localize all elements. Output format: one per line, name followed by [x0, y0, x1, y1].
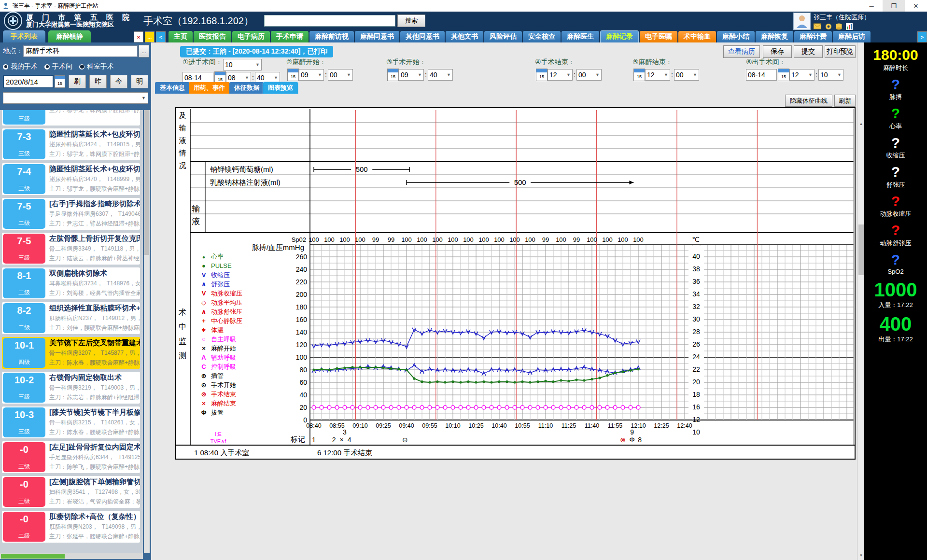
tabs-more-button[interactable]: >	[917, 31, 927, 42]
tab-其他同意书[interactable]: 其他同意书	[400, 31, 445, 42]
date-button-昨[interactable]: 昨	[89, 75, 107, 88]
radio-科室手术[interactable]: 科室手术	[79, 62, 114, 71]
surgery-item[interactable]: 7-3三级隐匿性阴茎延长术+包皮环切术+嵌顿包茎泌尿外科病房3424，T1490…	[2, 128, 140, 160]
search-input[interactable]	[264, 15, 395, 27]
scroll-up-icon[interactable]: ▲	[857, 120, 865, 127]
radio-手术间[interactable]: 手术间	[44, 62, 72, 71]
hour-select[interactable]: 12▼	[645, 69, 670, 81]
calendar-icon[interactable]: 15	[55, 75, 65, 88]
hour-select[interactable]: 09▼	[299, 69, 324, 81]
view-tab-用药、事件[interactable]: 用药、事件	[189, 82, 230, 94]
tab-麻醉医生[interactable]: 麻醉医生	[562, 31, 599, 42]
surgery-badge: 10-3三级	[3, 407, 45, 437]
surgery-item[interactable]: -0三级[左侧]腹腔镜下单侧输卵管切除术+[右侧]妇科病房3541，T12749…	[2, 476, 140, 508]
mini-button-1[interactable]: ...	[145, 31, 154, 42]
view-tab-基本信息[interactable]: 基本信息	[155, 82, 190, 94]
calendar-icon[interactable]: 15	[536, 69, 548, 81]
room-select[interactable]: 10▼	[223, 59, 262, 70]
field-controls: 1512▼:00▼	[535, 69, 639, 81]
tab-主页[interactable]: 主页	[169, 31, 193, 42]
surgery-item[interactable]: 8-2二级组织选择性直肠粘膜环切术+外痔切除术肛肠科病房N237，T149012…	[2, 302, 140, 334]
filter-combo[interactable]: ▼	[3, 92, 148, 104]
date-field[interactable]: 08-14	[746, 69, 777, 81]
calendar-icon[interactable]: 15	[287, 69, 299, 81]
tab-其他文书[interactable]: 其他文书	[446, 31, 483, 42]
svg-text:◇: ◇	[201, 299, 206, 306]
search-button[interactable]: 搜索	[397, 14, 425, 27]
database-icon[interactable]	[836, 23, 842, 30]
toolbar-button-提交[interactable]: 提交	[794, 45, 823, 58]
toolbar-button-查看病历[interactable]: 查看病历	[723, 45, 760, 58]
tab-电子病历[interactable]: 电子病历	[232, 31, 270, 42]
mini-button-0[interactable]: ×	[134, 31, 143, 42]
maximize-button[interactable]: ❐	[883, 0, 905, 12]
surgery-item[interactable]: 7-5二级[右手]手拇指多指畸形切除术手足显微外科病房6307，T149046，…	[2, 198, 140, 230]
tab-麻醉记录[interactable]: 麻醉记录	[600, 30, 639, 42]
tab-麻醉同意书[interactable]: 麻醉同意书	[355, 31, 399, 42]
surgery-item[interactable]: 三级泌尿外科病房3409，T149000，男，12岁主刀：邬宇龙，蛛网膜下腔阻滞…	[2, 110, 140, 126]
svg-text:A: A	[201, 354, 206, 361]
scroll-thumb[interactable]	[858, 224, 864, 275]
tab-麻醉后访[interactable]: 麻醉后访	[833, 31, 871, 42]
svg-text:220: 220	[296, 278, 308, 286]
location-input[interactable]: 麻醉手术科	[23, 45, 138, 57]
svg-text:10:25: 10:25	[468, 422, 483, 429]
surgery-list-vscrollbar[interactable]	[144, 110, 150, 553]
mail-icon[interactable]	[814, 23, 821, 29]
tab-安全核查[interactable]: 安全核查	[523, 31, 561, 42]
tab-麻醉前访视[interactable]: 麻醉前访视	[309, 31, 354, 42]
sidebar-tab-手术列表[interactable]: 手术列表	[3, 30, 45, 42]
chart-button-隐藏体征曲线[interactable]: 隐藏体征曲线	[785, 95, 832, 107]
minute-select[interactable]: 10▼	[818, 69, 843, 81]
surgery-item[interactable]: 10-2三级右锁骨内固定物取出术骨一科病房3219，T149003，男，38岁主…	[2, 372, 140, 404]
hour-select[interactable]: 09▼	[399, 69, 424, 81]
calendar-icon[interactable]: 15	[387, 69, 399, 81]
surgery-item[interactable]: 10-3三级[膝关节镜]关节镜下半月板修整成形术+关骨一科病房3215，T140…	[2, 406, 140, 438]
toolbar-button-保存[interactable]: 保存	[763, 45, 792, 58]
toolbar-button-打印预览[interactable]: 打印预览	[825, 45, 856, 58]
date-button-今[interactable]: 今	[110, 75, 127, 88]
date-button-明[interactable]: 明	[131, 75, 148, 88]
tab-术中输血[interactable]: 术中输血	[678, 31, 716, 42]
minute-select[interactable]: 00▼	[674, 69, 699, 81]
surgery-doctor-line: 主刀：邬宇龙，腰硬联合麻醉+静脉麻醉：余亚丁	[49, 185, 139, 193]
minute-select[interactable]: 00▼	[328, 69, 353, 81]
surgery-item[interactable]: 10-1四级关节镜下左后交叉韧带重建术+[左膝关节骨一科病房3207，T1458…	[2, 337, 140, 369]
view-tab-图表预览[interactable]: 图表预览	[263, 82, 298, 94]
chart-icon[interactable]	[846, 23, 853, 30]
sidebar-tab-麻醉镇静[interactable]: 麻醉镇静	[48, 30, 91, 42]
gear-icon[interactable]	[825, 23, 832, 30]
calendar-icon[interactable]: 15	[778, 69, 789, 81]
tab-风险评估[interactable]: 风险评估	[484, 31, 522, 42]
radio-我的手术[interactable]: 我的手术	[3, 62, 38, 71]
surgery-item[interactable]: 7-5三级左肱骨髁上骨折切开复位克氏针内固定术骨二科病房3349，T149118…	[2, 233, 140, 265]
tab-医技报告[interactable]: 医技报告	[194, 31, 231, 42]
surgery-item[interactable]: -0三级[左足]趾骨骨折复位内固定术+[左足]清创手足显微外科病房6344，T1…	[2, 441, 140, 473]
date-button-刷[interactable]: 刷	[69, 75, 86, 88]
tab-手术申请[interactable]: 手术申请	[271, 31, 309, 42]
chart-vscrollbar[interactable]: ▲ ▼	[857, 42, 865, 560]
tab-电子医嘱[interactable]: 电子医嘱	[640, 31, 677, 42]
hour-select[interactable]: 12▼	[548, 69, 573, 81]
mini-button-2[interactable]: <	[156, 31, 166, 42]
surgery-item[interactable]: 8-1二级双侧扁桃体切除术耳鼻喉科病房3734，T148976，女，26岁主刀：…	[2, 267, 140, 299]
tab-麻醉小结[interactable]: 麻醉小结	[717, 31, 755, 42]
minimize-button[interactable]: ─	[860, 0, 883, 12]
chart-button-刷新[interactable]: 刷新	[834, 95, 856, 107]
calendar-icon[interactable]: 15	[633, 69, 645, 81]
location-more-button[interactable]: ...	[139, 45, 149, 57]
tab-麻醉恢复[interactable]: 麻醉恢复	[756, 31, 793, 42]
hour-select[interactable]: 12▼	[789, 69, 815, 81]
surgery-item[interactable]: 7-4三级隐匿性阴茎延长术+包皮环切术+显微镜下泌尿外科病房3470，T1489…	[2, 163, 140, 195]
close-button[interactable]: ✕	[905, 0, 927, 12]
scroll-down-icon[interactable]: ▼	[857, 551, 865, 559]
view-tab-体征数据[interactable]: 体征数据	[229, 82, 264, 94]
minute-select[interactable]: 40▼	[428, 69, 453, 81]
vitals-panel: 180:00麻醉时长?脉搏?心率?收缩压?舒张压?动脉收缩压?动脉舒张压?SpO…	[864, 42, 927, 560]
minute-select[interactable]: 00▼	[576, 69, 602, 81]
surgery-list-hscrollbar[interactable]	[0, 553, 143, 559]
tab-麻醉计费[interactable]: 麻醉计费	[794, 31, 832, 42]
date-input[interactable]: 2020/8/14	[3, 75, 54, 88]
vital-value: 1000	[864, 280, 927, 300]
surgery-item[interactable]: -0二级肛瘘切除术+高位（复杂性）肛瘘挂线术肛肠科病房N203，T149098，…	[2, 511, 140, 543]
